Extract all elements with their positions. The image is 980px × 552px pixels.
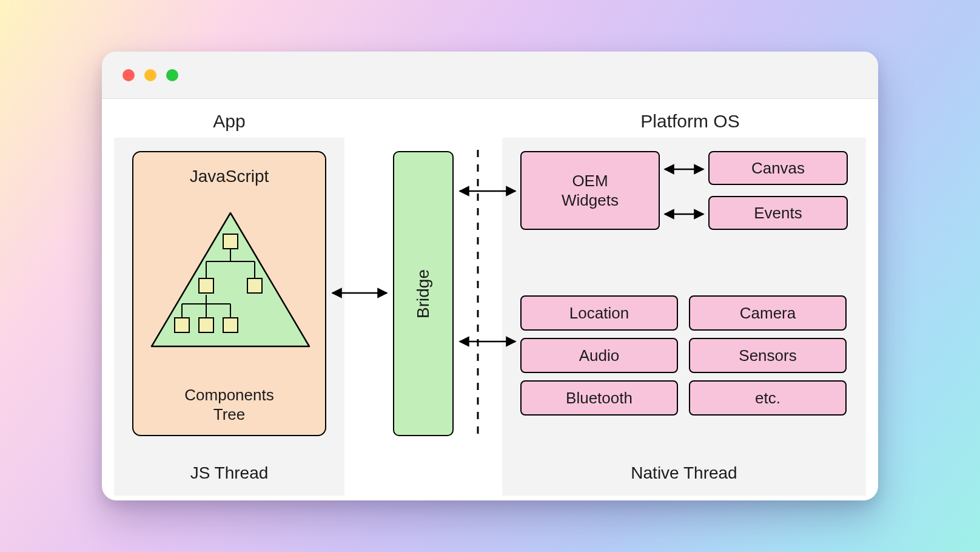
close-icon[interactable] <box>122 69 135 81</box>
oem-line-2: Widgets <box>562 190 619 210</box>
diagram-canvas: App Platform OS JavaScript <box>102 99 878 500</box>
location-label: Location <box>569 303 629 323</box>
box-canvas: Canvas <box>708 151 848 185</box>
footer-js-thread: JS Thread <box>114 462 344 483</box>
maximize-icon[interactable] <box>166 69 178 81</box>
panel-js-thread: JavaScript Components Tree JS <box>114 138 344 496</box>
svg-rect-5 <box>199 318 213 332</box>
svg-rect-6 <box>223 318 238 332</box>
audio-label: Audio <box>579 346 620 366</box>
components-tree-icon <box>146 207 315 352</box>
bluetooth-label: Bluetooth <box>566 388 633 408</box>
etc-label: etc. <box>755 388 780 408</box>
panel-native-thread: OEM Widgets Canvas Events Location Camer… <box>502 138 866 496</box>
box-camera: Camera <box>689 295 847 331</box>
bridge-label: Bridge <box>414 269 433 318</box>
svg-rect-2 <box>199 278 213 293</box>
footer-native-thread: Native Thread <box>502 462 866 483</box>
box-events: Events <box>708 196 848 230</box>
javascript-box: JavaScript Components Tree <box>132 151 326 436</box>
box-sensors: Sensors <box>689 338 847 373</box>
browser-window: App Platform OS JavaScript <box>102 52 878 500</box>
camera-label: Camera <box>740 303 796 323</box>
box-audio: Audio <box>520 338 678 373</box>
components-tree-label-1: Components <box>133 385 325 405</box>
box-bluetooth: Bluetooth <box>520 380 678 416</box>
oem-line-1: OEM <box>572 171 608 191</box>
svg-rect-3 <box>247 278 262 293</box>
svg-rect-4 <box>175 318 189 332</box>
box-etc: etc. <box>689 380 847 416</box>
sensors-label: Sensors <box>739 346 796 366</box>
heading-platform-os: Platform OS <box>502 111 878 132</box>
heading-app: App <box>102 111 357 132</box>
components-tree-label-2: Tree <box>133 405 325 425</box>
box-location: Location <box>520 295 678 331</box>
javascript-title: JavaScript <box>133 166 325 187</box>
events-label: Events <box>754 203 802 223</box>
minimize-icon[interactable] <box>144 69 156 81</box>
canvas-label: Canvas <box>751 158 805 178</box>
window-titlebar <box>102 52 878 99</box>
bridge-box: Bridge <box>393 151 454 436</box>
svg-rect-1 <box>223 234 238 249</box>
box-oem-widgets: OEM Widgets <box>520 151 660 230</box>
